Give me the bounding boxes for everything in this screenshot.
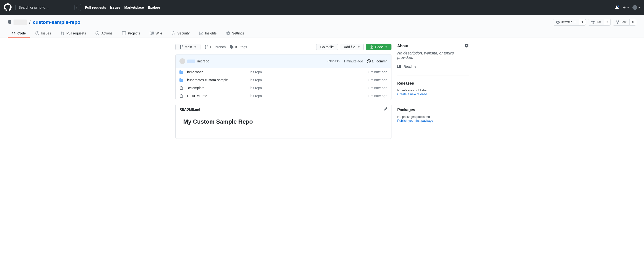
releases-empty: No releases published <box>397 88 469 92</box>
global-header: / Pull requests Issues Marketplace Explo… <box>0 0 644 15</box>
nav-issues[interactable]: Issues <box>110 5 120 9</box>
tab-code[interactable]: Code <box>8 29 30 38</box>
branches-link[interactable]: 1 branch <box>204 45 226 49</box>
fork-button[interactable]: Fork <box>613 19 630 25</box>
repo-title: user / custom-sample-repo <box>8 19 80 25</box>
releases-title[interactable]: Releases <box>397 81 414 86</box>
go-to-file-button[interactable]: Go to file <box>316 44 338 50</box>
nav-marketplace[interactable]: Marketplace <box>124 5 144 9</box>
repo-name-link[interactable]: custom-sample-repo <box>33 19 80 25</box>
repo-separator: / <box>29 19 31 25</box>
file-commit-link[interactable]: init repo <box>250 94 262 98</box>
star-button[interactable]: Star <box>588 19 604 25</box>
tab-insights[interactable]: Insights <box>195 29 220 38</box>
watch-count[interactable]: 1 <box>579 19 586 25</box>
packages-title[interactable]: Packages <box>397 108 415 112</box>
tab-settings[interactable]: Settings <box>222 29 248 38</box>
file-icon <box>180 86 183 90</box>
fork-icon <box>616 20 620 24</box>
git-branch-icon <box>180 45 183 49</box>
repo-actions: Unwatch 1 Star 0 Fork 0 <box>553 19 636 25</box>
latest-commit-bar: x init repo 698da35 1 minute ago 1 commi… <box>176 54 391 68</box>
folder-icon <box>180 70 183 74</box>
file-time: 1 minute ago <box>368 94 387 98</box>
file-time: 1 minute ago <box>368 70 387 74</box>
file-commit-link[interactable]: init repo <box>250 86 262 90</box>
file-name-link[interactable]: .cctemplate <box>187 86 204 90</box>
tab-wiki[interactable]: Wiki <box>146 29 166 38</box>
play-icon <box>96 31 99 35</box>
graph-icon <box>199 31 203 35</box>
code-icon <box>12 31 16 35</box>
commit-author-avatar[interactable] <box>180 58 185 64</box>
repo-header: user / custom-sample-repo Unwatch 1 Star… <box>0 15 644 38</box>
pencil-icon <box>384 107 387 111</box>
tab-actions[interactable]: Actions <box>92 29 116 38</box>
star-count[interactable]: 0 <box>604 19 611 25</box>
readme-link[interactable]: Readme <box>397 64 469 69</box>
github-logo[interactable] <box>4 3 12 12</box>
repo-icon <box>8 20 12 24</box>
create-new-dropdown[interactable] <box>622 5 629 9</box>
commit-author[interactable]: x <box>187 59 195 63</box>
file-name-link[interactable]: kubernetes-custom-sample <box>187 78 228 82</box>
project-icon <box>122 31 126 35</box>
file-row: hello-worldinit repo1 minute ago <box>176 68 391 76</box>
header-right <box>615 5 640 10</box>
issue-icon <box>36 31 39 35</box>
tab-projects[interactable]: Projects <box>118 29 144 38</box>
main-content: main 1 branch 0 tags Go to file Add file… <box>175 44 392 139</box>
file-row: README.mdinit repo1 minute ago <box>176 92 391 100</box>
edit-about-button[interactable] <box>465 44 469 48</box>
sidebar: About No description, website, or topics… <box>397 44 469 139</box>
user-menu[interactable] <box>632 5 640 10</box>
packages-empty: No packages published <box>397 115 469 119</box>
git-pull-request-icon <box>60 31 64 35</box>
history-icon <box>367 59 371 63</box>
search-input[interactable] <box>16 4 81 11</box>
tab-issues[interactable]: Issues <box>32 29 55 38</box>
notification-dot <box>617 5 620 7</box>
download-icon <box>370 45 374 49</box>
file-commit-link[interactable]: init repo <box>250 70 262 74</box>
eye-icon <box>556 20 560 24</box>
add-file-button[interactable]: Add file <box>340 44 364 50</box>
tab-pull-requests[interactable]: Pull requests <box>57 29 90 38</box>
search-slash-hint: / <box>74 5 79 10</box>
code-download-button[interactable]: Code <box>366 44 392 50</box>
readme-heading: My Custom Sample Repo <box>183 118 384 127</box>
nav-explore[interactable]: Explore <box>148 5 160 9</box>
commits-link[interactable]: 1 commit <box>367 59 387 63</box>
git-branch-icon <box>204 45 208 49</box>
repo-tabs: Code Issues Pull requests Actions Projec… <box>8 29 636 38</box>
star-icon <box>591 20 595 24</box>
file-time: 1 minute ago <box>368 78 387 82</box>
file-time: 1 minute ago <box>368 86 387 90</box>
nav-pull-requests[interactable]: Pull requests <box>85 5 106 9</box>
edit-readme-button[interactable] <box>384 107 387 112</box>
file-nav: main 1 branch 0 tags Go to file Add file… <box>175 44 392 50</box>
file-name-link[interactable]: README.md <box>187 94 207 98</box>
folder-icon <box>180 78 183 82</box>
readme-filename[interactable]: README.md <box>180 107 200 111</box>
repo-owner-link[interactable]: user <box>14 19 27 25</box>
file-name-link[interactable]: hello-world <box>187 70 204 74</box>
shield-icon <box>172 31 175 35</box>
book-icon <box>397 65 401 68</box>
notifications-icon[interactable] <box>615 5 619 9</box>
branch-switcher[interactable]: main <box>175 44 200 50</box>
tags-link[interactable]: 0 tags <box>230 45 247 49</box>
commit-time[interactable]: 1 minute ago <box>344 59 363 63</box>
file-commit-link[interactable]: init repo <box>250 78 262 82</box>
commit-message[interactable]: init repo <box>197 59 209 63</box>
commit-sha[interactable]: 698da35 <box>328 59 340 63</box>
book-icon <box>150 31 154 35</box>
file-tree-box: x init repo 698da35 1 minute ago 1 commi… <box>175 54 392 100</box>
tab-security[interactable]: Security <box>168 29 194 38</box>
file-row: .cctemplateinit repo1 minute ago <box>176 84 391 92</box>
watch-button[interactable]: Unwatch <box>553 19 579 25</box>
publish-package-link[interactable]: Publish your first package <box>397 119 433 122</box>
fork-count[interactable]: 0 <box>630 19 636 25</box>
user-avatar-icon <box>632 5 637 10</box>
create-release-link[interactable]: Create a new release <box>397 92 427 96</box>
